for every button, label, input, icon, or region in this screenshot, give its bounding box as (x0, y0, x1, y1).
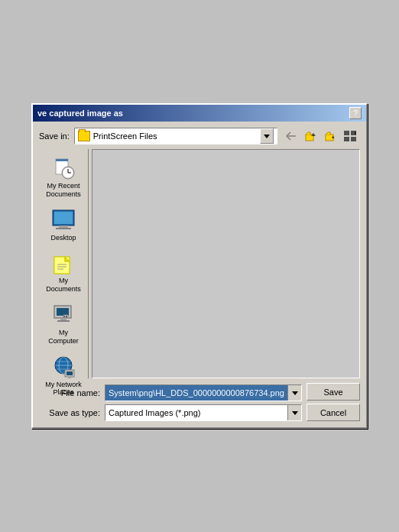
dialog-title: ve captured image as (37, 109, 123, 118)
filename-label: File name: (39, 388, 100, 397)
svg-rect-25 (57, 320, 70, 322)
sidebar-item-recent-documents[interactable]: My Recent Documents (41, 152, 86, 203)
save-in-dropdown[interactable]: PrintScreen Files (74, 128, 277, 144)
save-in-dropdown-arrow[interactable] (260, 128, 274, 144)
sidebar-label-docs: My Documents (44, 277, 83, 294)
action-buttons: Save Cancel (307, 383, 360, 421)
savetype-select[interactable]: Captured Images (*.png) (105, 404, 302, 421)
svg-rect-6 (344, 137, 349, 141)
savetype-dropdown-arrow[interactable] (287, 405, 301, 420)
sidebar-item-my-documents[interactable]: My Documents (41, 247, 86, 297)
title-bar-buttons: ? (349, 107, 362, 119)
recent-docs-icon (51, 156, 76, 180)
sidebar-item-my-computer[interactable]: My Computer (41, 299, 86, 349)
help-button[interactable]: ? (349, 107, 362, 119)
up-folder-icon (305, 131, 317, 141)
sidebar-item-desktop[interactable]: Desktop (41, 204, 86, 246)
file-browse-area (92, 149, 360, 378)
title-bar: ve captured image as ? (33, 105, 366, 122)
svg-rect-9 (56, 159, 68, 161)
save-in-row: Save in: PrintScreen Files (39, 128, 360, 144)
save-in-folder-name: PrintScreen Files (93, 131, 257, 141)
svg-rect-24 (60, 318, 66, 320)
svg-rect-36 (68, 377, 71, 378)
views-icon (344, 131, 358, 141)
toolbar-buttons: * (282, 128, 360, 144)
bottom-fields: File name: System\png\HL_DDS_00000000008… (39, 384, 302, 421)
views-button[interactable] (342, 128, 360, 144)
folder-icon (78, 131, 90, 141)
filename-input[interactable]: System\png\HL_DDS_0000000000876734.png (105, 387, 287, 399)
svg-rect-16 (59, 225, 68, 228)
desktop-icon (51, 208, 76, 232)
savetype-label: Save as type: (39, 408, 100, 417)
svg-text:*: * (332, 135, 335, 141)
save-button[interactable]: Save (307, 383, 360, 401)
chevron-down-icon (292, 411, 298, 415)
svg-rect-35 (66, 371, 73, 375)
sidebar-label-recent: My Recent Documents (44, 182, 83, 199)
svg-rect-5 (351, 131, 356, 135)
dialog-body: Save in: PrintScreen Files (33, 122, 366, 427)
save-file-dialog: ve captured image as ? Save in: PrintScr… (31, 103, 368, 429)
chevron-down-icon (264, 135, 270, 138)
my-documents-icon (51, 251, 76, 275)
svg-rect-4 (344, 131, 349, 135)
my-computer-icon (51, 303, 76, 327)
up-button[interactable] (302, 128, 320, 144)
savetype-row: Save as type: Captured Images (*.png) (39, 404, 302, 421)
filename-input-wrapper[interactable]: System\png\HL_DDS_0000000000876734.png (105, 384, 302, 401)
new-folder-button[interactable]: * (322, 128, 340, 144)
sidebar: My Recent Documents Desktop (39, 149, 89, 378)
chevron-down-icon (292, 391, 298, 395)
back-icon (285, 131, 297, 141)
main-area: My Recent Documents Desktop (39, 149, 360, 378)
filename-row: File name: System\png\HL_DDS_00000000008… (39, 384, 302, 401)
my-network-icon (51, 355, 76, 379)
svg-rect-23 (57, 308, 69, 316)
sidebar-label-desktop: Desktop (50, 234, 76, 242)
svg-rect-7 (351, 137, 356, 141)
svg-rect-15 (54, 212, 73, 224)
savetype-value: Captured Images (*.png) (105, 407, 287, 419)
back-button[interactable] (282, 128, 300, 144)
svg-rect-28 (66, 316, 67, 317)
filename-dropdown-arrow[interactable] (287, 385, 301, 401)
save-in-label: Save in: (39, 131, 70, 141)
cancel-button[interactable]: Cancel (307, 404, 360, 421)
sidebar-label-computer: My Computer (44, 329, 83, 345)
bottom-rows-with-buttons: File name: System\png\HL_DDS_00000000008… (39, 383, 360, 421)
new-folder-icon: * (325, 131, 337, 141)
svg-rect-17 (56, 228, 71, 229)
svg-rect-27 (63, 316, 65, 317)
